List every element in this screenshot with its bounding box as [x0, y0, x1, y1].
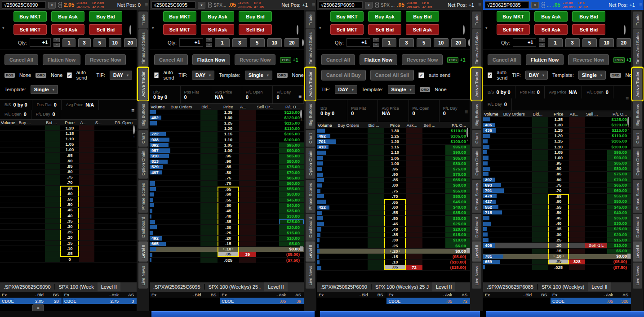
ladder-row[interactable]: .80$60.00 [317, 183, 470, 188]
qty-preset-button[interactable]: 20 [617, 38, 631, 47]
stats-menu-icon[interactable]: ≡ [626, 96, 628, 102]
ladder-row[interactable]: .75$65.00 [150, 175, 304, 181]
link-icon[interactable] [208, 2, 211, 8]
sell-button[interactable]: Sell Ask [201, 24, 234, 35]
col-pl-open[interactable]: P/L O... [279, 104, 304, 109]
side-tab-dashboard[interactable]: Dashboard [472, 214, 481, 241]
more-options-icon[interactable]: ⋮ [626, 127, 630, 129]
l2-col-ask[interactable]: -Ask [97, 292, 120, 297]
ladder-row[interactable]: .35 [0, 219, 137, 224]
ladder-row[interactable]: 552.55$45.00 [483, 205, 631, 210]
sell-button[interactable]: Sell Ask [534, 24, 568, 35]
collapse-chevron-icon[interactable]: ▾ [152, 26, 154, 30]
collapse-chevron-icon[interactable]: ▾ [319, 26, 321, 30]
qty-preset-button[interactable]: 3 [399, 38, 413, 47]
link-icon[interactable] [541, 2, 545, 8]
l2-col-bid[interactable]: -Bid [22, 292, 45, 297]
gear-icon[interactable] [133, 126, 135, 134]
qty-preset-button[interactable]: 3 [565, 38, 580, 47]
level2-tab[interactable]: Level II [98, 282, 120, 291]
ladder-row[interactable]: .05 [0, 251, 137, 257]
side-tab-option-chain[interactable]: Option Chain [306, 147, 315, 179]
cancel-all-button[interactable]: Cancel All [154, 54, 188, 65]
ladder-row[interactable]: 1.10$100.00 [483, 144, 631, 150]
side-tab-level-ii[interactable]: Level II [633, 241, 642, 262]
ladder-row[interactable]: 4361.25$115.00 [483, 128, 631, 133]
ladder-row[interactable]: .50$30.00 [317, 216, 470, 221]
col-buy-orders[interactable]: Buy Orders [170, 104, 201, 109]
l2-col-as[interactable]: AS [454, 292, 470, 297]
side-tab-live-news[interactable]: Live News [138, 263, 148, 289]
col-buy-orders[interactable]: Buy Orders [337, 123, 367, 128]
ladder-row[interactable]: 422.60$40.00 [317, 205, 470, 210]
ladder-row[interactable]: 1.00$80.00 [317, 161, 470, 166]
ladder-row[interactable]: .55$45.00 [150, 197, 304, 203]
tif-dropdown[interactable]: DAY▾ [192, 71, 214, 80]
qty-preset-button[interactable]: 10 [434, 38, 448, 47]
side-tab-active-trader[interactable]: Active Trader [633, 68, 642, 100]
side-tab-active-trader[interactable]: Active Trader [472, 68, 481, 100]
cancel-all-buy-button[interactable]: Cancel All Buy [321, 70, 366, 80]
l2-col-bs[interactable]: BS [45, 292, 62, 297]
symbol-dropdown-button[interactable]: ▾ [198, 2, 205, 9]
col-bid[interactable]: Bid ... [368, 123, 385, 128]
l2-col-bs[interactable]: BS [203, 292, 219, 297]
ladder-row[interactable]: 659.05328($5.00) [483, 259, 631, 265]
qty-preset-button[interactable]: 5 [417, 38, 431, 47]
tif-dropdown[interactable]: DAY▾ [110, 71, 132, 80]
ladder-row[interactable]: 1.15$105.00 [483, 139, 631, 144]
ladder-row[interactable]: .90$70.00 [317, 172, 470, 178]
qty-preset-button[interactable]: 20 [451, 38, 466, 47]
gear-icon[interactable] [627, 117, 629, 125]
qty-input[interactable]: +1 [30, 38, 51, 47]
side-tab-chart[interactable]: Chart [138, 130, 148, 147]
ladder-row[interactable]: .25 [0, 230, 137, 235]
side-tab-chart[interactable]: Chart [633, 130, 642, 147]
ladder-row[interactable]: .95$85.00 [483, 161, 631, 166]
side-tab-trade[interactable]: Trade [472, 11, 481, 28]
l2-ask-row[interactable]: CBOE.05328 [550, 298, 631, 304]
buy-button[interactable]: Buy Ask [368, 11, 401, 22]
sell-button[interactable]: Sell Bid [368, 24, 401, 35]
ladder-row[interactable]: .35$15.00 [317, 232, 470, 238]
flatten-now-button[interactable]: Flatten Now [192, 54, 230, 65]
ladder-row[interactable]: .40 [0, 213, 137, 219]
auto-send-checkbox[interactable]: ✓ [418, 72, 424, 78]
qty-preset-button[interactable]: 1 [215, 38, 230, 47]
reverse-now-button[interactable]: Reverse Now [568, 54, 609, 65]
l2-col-ask[interactable]: -Ask [431, 292, 454, 297]
side-tab-level-ii[interactable]: Level II [306, 241, 315, 262]
ladder-row[interactable]: .60 [0, 191, 137, 196]
ladder-row[interactable]: .10($10.00) [317, 260, 470, 265]
panel-menu-icon[interactable]: ≡ [639, 2, 642, 8]
ladder-row[interactable]: 1.20 [0, 125, 137, 131]
level2-tab[interactable]: Level II [264, 282, 287, 291]
sell-button[interactable]: Sell Ask [406, 24, 439, 35]
sell-button[interactable]: Sell Bid [572, 24, 605, 35]
more-options-icon[interactable]: ⋮ [299, 120, 303, 122]
col-bid[interactable]: Bid... [532, 112, 548, 116]
side-tab-trade[interactable]: Trade [138, 11, 148, 28]
qty-decrement-button[interactable]: − [53, 43, 60, 47]
panel-menu-icon[interactable]: ≡ [312, 2, 315, 8]
ladder-row[interactable]: 4101.15$95.00 [317, 145, 470, 150]
buy-button[interactable]: Buy Ask [201, 11, 234, 22]
ladder-row[interactable]: 1.05 [0, 142, 137, 147]
ladder-row[interactable]: 397.80$70.00 [483, 177, 631, 183]
ladder-row[interactable]: 1.00$90.00 [483, 155, 631, 161]
ladder-row[interactable]: 9381.10$100.00 [150, 137, 304, 143]
sell-button[interactable]: Sell Bid [239, 24, 272, 35]
buy-button[interactable]: Buy MKT [497, 11, 530, 22]
col-sell-orders[interactable]: Sell Or... [256, 104, 279, 109]
ladder-row[interactable]: 478.65$55.00 [483, 194, 631, 199]
ladder-row[interactable]: .65$55.00 [150, 187, 304, 192]
ladder-row[interactable]: 715.50$40.00 [483, 210, 631, 215]
ladder-row[interactable]: .35$25.00 [483, 227, 631, 232]
ladder-row[interactable]: 1.20$110.00 [483, 134, 631, 139]
ladder-row[interactable]: 1.35$125.00 [150, 110, 304, 115]
cancel-all-button[interactable]: Cancel All [4, 54, 38, 65]
ladder-row[interactable]: .25$5.00 [317, 243, 470, 249]
ladder-row[interactable]: 406.20Sell -1 L$10.00 [483, 243, 631, 248]
ladder-scrollbar-thumb[interactable] [466, 248, 470, 253]
side-tab-level-ii[interactable]: Level II [138, 241, 148, 262]
